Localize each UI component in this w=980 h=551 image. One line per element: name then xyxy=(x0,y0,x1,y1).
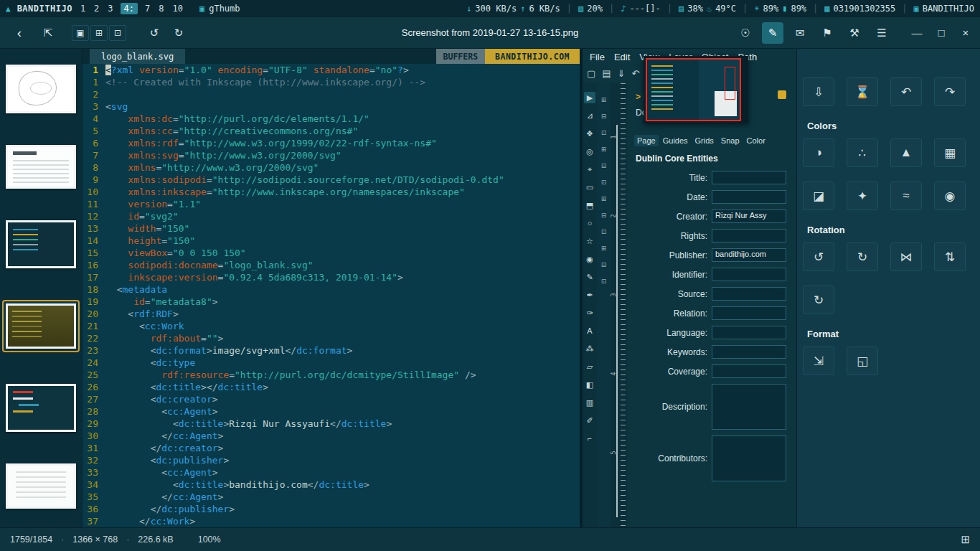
star-tool-icon[interactable]: ☆ xyxy=(584,235,595,247)
thumbnail-dark-screenshot-2[interactable] xyxy=(6,384,76,432)
workspace-8[interactable]: 8 xyxy=(157,4,165,14)
measure-tool-icon[interactable]: ⌖ xyxy=(584,164,595,175)
snap-option-icon[interactable]: ⊟ xyxy=(601,212,607,219)
snap-option-icon[interactable]: ⊞ xyxy=(601,96,607,103)
thumbnail-article[interactable] xyxy=(6,145,76,189)
pencil-tool-icon[interactable]: ✎ xyxy=(584,271,595,283)
negative-button[interactable]: ◪ xyxy=(803,182,834,210)
flip-horizontal-button[interactable]: ⋈ xyxy=(890,242,922,271)
minimize-button[interactable]: — xyxy=(911,22,923,44)
close-button[interactable]: × xyxy=(960,22,971,44)
open-document-icon[interactable]: ▤ xyxy=(602,68,611,79)
doc-tab-color[interactable]: Color xyxy=(744,135,768,146)
lightbulb-button[interactable]: ☉ xyxy=(735,22,756,44)
snap-option-icon[interactable]: ⊟ xyxy=(601,261,607,268)
thumbnail-sketch[interactable] xyxy=(6,65,76,113)
comment-button[interactable]: ✉ xyxy=(789,22,811,44)
dock-close-button[interactable] xyxy=(778,90,786,99)
arbitrary-rotation-button[interactable]: ↻ xyxy=(803,286,834,314)
menu-file[interactable]: File xyxy=(590,52,605,62)
metadata-input-rights[interactable] xyxy=(712,229,786,242)
metadata-input-coverage[interactable] xyxy=(712,364,786,378)
sharpen-button[interactable]: ≈ xyxy=(890,182,922,210)
workspace-1[interactable]: 1 xyxy=(79,4,87,14)
metadata-input-keywords[interactable] xyxy=(712,345,786,359)
workspace-10[interactable]: 10 xyxy=(171,4,184,14)
contrast-button[interactable]: ◑ xyxy=(803,138,834,167)
rotate-left-button[interactable]: ↺ xyxy=(803,242,834,271)
edit-tools-button[interactable]: ✎ xyxy=(762,22,783,44)
spray-tool-icon[interactable]: ⁂ xyxy=(584,343,595,354)
metadata-input-contributors[interactable] xyxy=(712,435,786,481)
thumbnail-sidebar[interactable] xyxy=(0,49,83,527)
metadata-input-creator[interactable]: Rizqi Nur Assy xyxy=(712,209,786,223)
node-tool-icon[interactable]: ⊿ xyxy=(584,110,595,121)
doc-tab-page[interactable]: Page xyxy=(634,135,659,146)
save-button[interactable]: ⇩ xyxy=(803,77,834,106)
rect-tool-icon[interactable]: ▭ xyxy=(584,182,595,193)
snap-option-icon[interactable]: ⊞ xyxy=(601,245,607,252)
metadata-input-relation[interactable] xyxy=(712,306,786,320)
snap-option-icon[interactable]: ⊡ xyxy=(601,278,607,285)
color-adjust-button[interactable]: ∴ xyxy=(847,138,878,167)
metadata-input-date[interactable] xyxy=(712,190,786,204)
pen-tool-icon[interactable]: ✒ xyxy=(584,289,595,301)
rotate-right-button[interactable]: ↻ xyxy=(847,242,878,271)
image-viewer-canvas[interactable]: logo_blank.svg BUFFERS BANDITHIJO.COM 1<… xyxy=(83,49,796,527)
metadata-input-publisher[interactable]: bandithijo.com xyxy=(712,248,786,262)
tag-button[interactable]: ⚑ xyxy=(816,22,838,44)
metadata-input-source[interactable] xyxy=(712,287,786,301)
resize-button[interactable]: ⇲ xyxy=(803,347,834,375)
workspace-7[interactable]: 7 xyxy=(143,4,151,14)
workspace-2[interactable]: 2 xyxy=(93,4,100,14)
thumbnail-dark-screenshot[interactable] xyxy=(6,220,76,268)
snap-option-icon[interactable]: ⊞ xyxy=(601,195,607,202)
ellipse-tool-icon[interactable]: ○ xyxy=(584,217,595,229)
crop-button[interactable]: ◱ xyxy=(847,347,878,375)
connector-tool-icon[interactable]: ⌐ xyxy=(584,433,595,444)
menu-button[interactable]: ☰ xyxy=(871,22,892,44)
snap-option-icon[interactable]: ⊡ xyxy=(601,129,607,136)
redo-button[interactable]: ↷ xyxy=(934,77,966,106)
snap-option-icon[interactable]: ⊟ xyxy=(601,113,607,120)
snap-option-icon[interactable]: ⊞ xyxy=(601,146,607,153)
fullscreen-button[interactable]: ⇱ xyxy=(37,22,59,44)
metadata-input-description[interactable] xyxy=(712,384,786,430)
undo-button[interactable]: ↶ xyxy=(890,77,922,106)
history-button[interactable]: ⌛ xyxy=(847,77,878,106)
dropper-tool-icon[interactable]: ✐ xyxy=(584,415,595,426)
tools-button[interactable]: ⚒ xyxy=(844,22,865,44)
back-button[interactable]: ‹ xyxy=(9,22,30,44)
zoom-tool-icon[interactable]: ◎ xyxy=(584,146,595,157)
doc-tab-guides[interactable]: Guides xyxy=(660,135,691,146)
box3d-tool-icon[interactable]: ⬒ xyxy=(584,199,595,211)
zoom-fit-button[interactable]: ⊞ xyxy=(90,25,108,41)
calligraphy-tool-icon[interactable]: ✑ xyxy=(584,307,595,319)
workspace-4[interactable]: 4: xyxy=(121,3,138,14)
save-document-icon[interactable]: ⇓ xyxy=(618,68,626,79)
selector-tool-icon[interactable]: ▶ xyxy=(584,92,595,103)
layout-grid-icon[interactable]: ⊞ xyxy=(961,533,970,546)
maximize-button[interactable]: □ xyxy=(936,22,947,44)
thumbnail-current-image[interactable] xyxy=(6,303,76,349)
new-document-icon[interactable]: ▢ xyxy=(587,68,595,79)
preview-button[interactable]: ◉ xyxy=(934,182,966,210)
fill-tool-icon[interactable]: ◧ xyxy=(584,379,595,390)
workspace-3[interactable]: 3 xyxy=(106,4,114,14)
levels-button[interactable]: ▲ xyxy=(890,138,922,167)
thumbnail-page[interactable] xyxy=(6,463,76,509)
auto-adjust-button[interactable]: ✦ xyxy=(847,182,878,210)
gradient-tool-icon[interactable]: ▥ xyxy=(584,397,595,408)
snap-option-icon[interactable]: ⊡ xyxy=(601,179,607,186)
rotate-right-button[interactable]: ↻ xyxy=(168,22,189,44)
tweak-tool-icon[interactable]: ❖ xyxy=(584,128,595,139)
doc-tab-grids[interactable]: Grids xyxy=(692,135,717,146)
eraser-tool-icon[interactable]: ▱ xyxy=(584,361,595,372)
doc-tab-snap[interactable]: Snap xyxy=(718,135,743,146)
curves-button[interactable]: ▦ xyxy=(934,138,966,167)
metadata-input-identifier[interactable] xyxy=(712,268,786,281)
flip-vertical-button[interactable]: ⇅ xyxy=(934,242,966,271)
rotate-left-button[interactable]: ↺ xyxy=(143,22,165,44)
snap-option-icon[interactable]: ⊟ xyxy=(601,162,607,169)
menu-edit[interactable]: Edit xyxy=(614,52,630,62)
